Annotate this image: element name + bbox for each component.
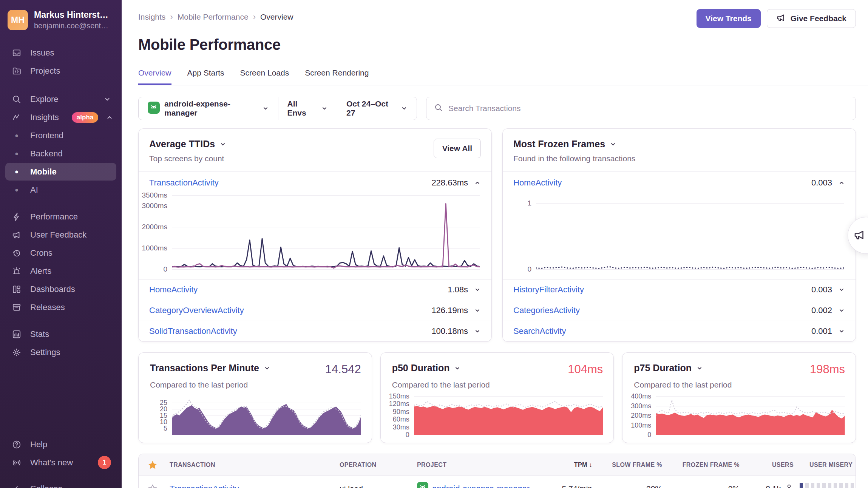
sidebar-item-backend[interactable]: • Backend [5, 145, 116, 162]
sidebar-item-crons[interactable]: Crons [5, 244, 116, 262]
p50-title[interactable]: p50 Duration [392, 363, 461, 374]
page-filter-bar: android-expense-manager All Envs Oct 24–… [138, 97, 417, 120]
star-icon[interactable] [139, 460, 167, 470]
view-trends-button[interactable]: View Trends [697, 9, 761, 28]
breadcrumb-mobile-performance[interactable]: Mobile Performance [178, 12, 249, 22]
android-project-icon [417, 482, 428, 488]
date-range-filter[interactable]: Oct 24–Oct 27 [337, 97, 417, 120]
categories-activity-link[interactable]: CategoriesActivity [513, 306, 580, 315]
home-activity-link[interactable]: HomeActivity [149, 285, 198, 295]
frozen-frame-cell: 0% [665, 484, 743, 488]
breadcrumb-overview: Overview [260, 12, 293, 22]
sidebar-item-help[interactable]: Help [5, 435, 116, 453]
category-overview-activity-link[interactable]: CategoryOverviewActivity [149, 306, 244, 315]
chevron-down-icon[interactable] [474, 307, 481, 314]
ttid-chart: 3500ms3000ms2000ms1000ms0 [139, 194, 491, 279]
alpha-badge: alpha [72, 112, 98, 123]
issues-icon [11, 48, 23, 58]
sidebar-item-performance[interactable]: Performance [5, 208, 116, 225]
col-slow-frame[interactable]: SLOW FRAME % [595, 462, 665, 468]
solid-transaction-activity-link[interactable]: SolidTransactionActivity [149, 326, 237, 336]
tpm-chart: 252015105 [146, 396, 361, 435]
average-ttids-title[interactable]: Average TTIDs [149, 139, 226, 150]
most-frozen-frames-title[interactable]: Most Frozen Frames [513, 139, 635, 150]
user-misery-score-bar [800, 483, 854, 488]
star-outline-icon[interactable] [139, 484, 167, 488]
tab-screen-loads[interactable]: Screen Loads [240, 68, 289, 85]
sidebar: MH Markus Hinterst… benjamin.coe@sent… I… [0, 0, 122, 488]
sidebar-item-explore[interactable]: Explore [5, 90, 116, 108]
view-all-button[interactable]: View All [434, 139, 481, 158]
transaction-activity-link[interactable]: TransactionActivity [170, 484, 239, 488]
gear-icon [11, 347, 23, 357]
user-email: benjamin.coe@sent… [34, 22, 108, 30]
breadcrumb: Insights › Mobile Performance › Overview [138, 9, 293, 22]
screen-row-history-filter-activity: HistoryFilterActivity 0.003 [503, 279, 856, 300]
col-frozen-frame[interactable]: FROZEN FRAME % [665, 462, 743, 468]
col-transaction[interactable]: TRANSACTION [167, 462, 337, 468]
screen-row-search-activity: SearchActivity 0.001 [503, 321, 856, 341]
chevron-down-icon [401, 105, 408, 112]
tab-screen-rendering[interactable]: Screen Rendering [305, 68, 369, 85]
chevron-down-icon [321, 105, 328, 112]
tpm-title[interactable]: Transactions Per Minute [150, 363, 270, 374]
tab-app-starts[interactable]: App Starts [187, 68, 224, 85]
history-filter-activity-link[interactable]: HistoryFilterActivity [513, 285, 584, 295]
give-feedback-button[interactable]: Give Feedback [767, 9, 856, 28]
chevron-up-icon[interactable] [838, 179, 845, 186]
sidebar-item-whats-new[interactable]: What's new 1 [5, 454, 116, 471]
chevron-up-icon [106, 114, 113, 121]
sidebar-item-insights[interactable]: Insights alpha [5, 108, 116, 126]
project-link[interactable]: android-expense-manager [432, 484, 530, 488]
sort-down-icon: ↓ [589, 462, 592, 468]
frozen-frames-chart: 10 [503, 194, 856, 279]
chevron-up-icon[interactable] [474, 179, 481, 186]
p75-chart: 400ms300ms200ms100ms0 [630, 396, 845, 435]
whats-new-badge: 1 [98, 456, 111, 469]
sidebar-item-ai[interactable]: • AI [5, 181, 116, 199]
sidebar-item-settings[interactable]: Settings [5, 343, 116, 361]
project-filter[interactable]: android-expense-manager [139, 97, 278, 120]
screen-row-transaction-activity: TransactionActivity 228.63ms [139, 172, 491, 194]
chevron-down-icon[interactable] [474, 286, 481, 293]
sidebar-item-dashboards[interactable]: Dashboards [5, 280, 116, 298]
tab-overview[interactable]: Overview [138, 68, 171, 85]
tpm-cell: 5.74/min [556, 484, 595, 488]
chevron-down-icon[interactable] [838, 307, 845, 314]
chevron-down-icon[interactable] [838, 286, 845, 293]
sidebar-item-alerts[interactable]: Alerts [5, 262, 116, 280]
project-cell: android-expense-manager [414, 482, 556, 488]
chevron-down-icon[interactable] [838, 328, 845, 335]
sidebar-item-frontend[interactable]: • Frontend [5, 127, 116, 144]
search-activity-link[interactable]: SearchActivity [513, 326, 566, 336]
col-project[interactable]: PROJECT [414, 462, 556, 468]
sidebar-item-issues[interactable]: Issues [5, 44, 116, 62]
col-tpm[interactable]: TPM ↓ [556, 462, 595, 468]
col-user-misery[interactable]: USER MISERY [797, 462, 856, 468]
sidebar-collapse-button[interactable]: Collapse [5, 480, 116, 488]
sidebar-item-projects[interactable]: Projects [5, 62, 116, 80]
user-name: Markus Hinterst… [34, 10, 108, 20]
col-operation[interactable]: OPERATION [337, 462, 414, 468]
col-users[interactable]: USERS [743, 462, 797, 468]
sidebar-item-stats[interactable]: Stats [5, 325, 116, 343]
chevron-down-icon [103, 96, 111, 103]
insights-icon [11, 113, 23, 122]
user-menu[interactable]: MH Markus Hinterst… benjamin.coe@sent… [0, 0, 122, 34]
environment-filter[interactable]: All Envs [278, 97, 337, 120]
megaphone-icon [776, 13, 786, 25]
breadcrumb-separator-icon: › [170, 12, 173, 22]
explore-icon [11, 94, 23, 104]
home-activity-link[interactable]: HomeActivity [513, 178, 562, 188]
breadcrumb-separator-icon: › [253, 12, 256, 22]
chevron-down-icon[interactable] [474, 328, 481, 335]
sidebar-item-mobile[interactable]: • Mobile [5, 163, 116, 181]
sidebar-item-releases[interactable]: Releases [5, 298, 116, 316]
siren-icon [11, 266, 23, 276]
breadcrumb-insights[interactable]: Insights [138, 12, 165, 22]
sidebar-item-user-feedback[interactable]: User Feedback [5, 226, 116, 244]
chevron-down-icon [264, 365, 270, 372]
p75-title[interactable]: p75 Duration [634, 363, 703, 374]
transaction-activity-link[interactable]: TransactionActivity [149, 178, 219, 188]
search-transactions-input[interactable] [448, 104, 848, 113]
